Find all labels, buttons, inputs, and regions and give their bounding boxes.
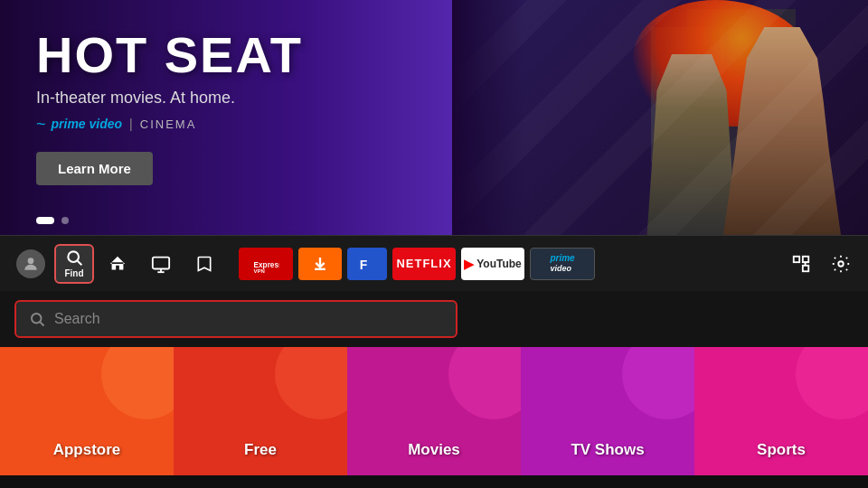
categories-row: Appstore Free Movies TV Shows Sports [0,347,868,475]
appstore-label: Appstore [53,441,121,459]
hero-subtitle: In-theater movies. At home. [36,89,303,108]
search-icon [29,311,45,327]
youtube-play-icon: ▶ [464,257,474,271]
svg-rect-3 [153,257,169,268]
downloader-app[interactable] [298,248,342,280]
hero-fade [452,0,524,235]
youtube-app[interactable]: ▶ YouTube [461,248,524,280]
nav-bar: Find Express VPN [0,235,868,291]
svg-point-0 [28,258,34,264]
search-container: Search [0,291,868,347]
netflix-app[interactable]: NETFLIX [392,248,456,280]
hero-brand: ~ prime video | CINEMA [36,115,303,134]
svg-rect-14 [803,265,808,270]
prime-smile-icon: ~ [36,115,46,134]
hero-title: HOT SEAT [36,27,303,83]
hero-image [452,0,868,235]
brand-divider: | [129,117,133,131]
hero-banner: HOT SEAT In-theater movies. At home. ~ p… [0,0,868,235]
learn-more-button[interactable]: Learn More [36,152,153,185]
svg-text:F: F [360,257,368,271]
hero-content: HOT SEAT In-theater movies. At home. ~ p… [36,27,303,185]
movies-tile[interactable]: Movies [347,347,521,475]
prime-video-app[interactable]: prime video [530,248,595,280]
dot-1[interactable] [36,217,54,224]
hero-image-bg [452,0,868,235]
brand-cinema: CINEMA [140,117,197,131]
home-button[interactable] [98,244,137,284]
youtube-label: YouTube [476,258,522,270]
app-icons-row: Express VPN F NETFLIX ▶ YouTube [239,248,781,280]
movies-label: Movies [408,441,460,459]
bookmark-button[interactable] [184,244,224,284]
sports-tile[interactable]: Sports [694,347,868,475]
prime-logo: ~ prime video [36,115,122,134]
sports-label: Sports [757,441,806,459]
svg-point-17 [838,261,844,267]
prime-video-text: prime video [550,253,574,274]
settings-button[interactable] [825,248,857,280]
netflix-label: NETFLIX [396,257,451,270]
prime-text: prime video [52,117,123,131]
tvshows-label: TV Shows [571,441,644,459]
tv-button[interactable] [141,244,181,284]
nav-right-icons [785,248,857,280]
apps-grid-button[interactable] [785,248,817,280]
free-label: Free [244,441,277,459]
hero-dots [36,217,69,224]
svg-line-2 [78,261,82,266]
tvshows-tile[interactable]: TV Shows [521,347,694,475]
search-placeholder: Search [54,311,100,327]
svg-point-1 [68,251,79,262]
svg-line-19 [40,322,43,325]
find-button[interactable]: Find [54,244,94,284]
svg-rect-13 [803,256,808,261]
expressvpn-app[interactable]: Express VPN [239,248,293,280]
profile-icon[interactable] [11,244,51,284]
svg-point-18 [32,314,42,324]
free-tile[interactable]: Free [174,347,347,475]
svg-rect-12 [794,256,799,261]
avatar [16,249,45,278]
svg-text:VPN: VPN [254,267,265,272]
search-bar[interactable]: Search [14,300,458,338]
files-app[interactable]: F [347,248,387,280]
find-label: Find [64,268,83,278]
dot-2[interactable] [61,217,69,224]
appstore-tile[interactable]: Appstore [0,347,174,475]
